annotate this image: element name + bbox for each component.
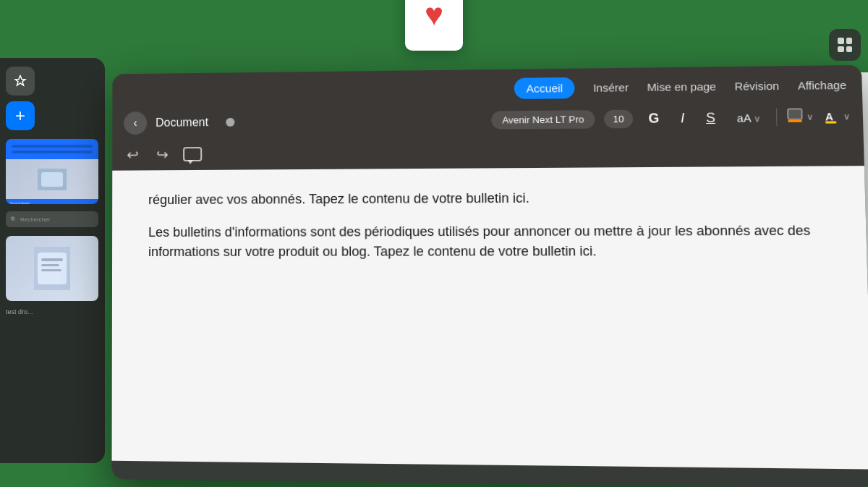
svg-rect-10 — [825, 121, 836, 123]
grid-icon — [838, 38, 852, 52]
svg-text:A: A — [825, 111, 833, 123]
text-color-button[interactable]: A — [822, 109, 840, 125]
sidebar-search[interactable]: 🔍 Rechercher — [6, 211, 98, 227]
menu-inserer[interactable]: Insérer — [593, 81, 629, 94]
grid-dot — [846, 46, 853, 53]
menu-accueil[interactable]: Accueil — [514, 77, 575, 99]
highlight-button[interactable] — [786, 107, 804, 127]
highlight-icon — [786, 107, 804, 127]
paragraph-1: régulier avec vos abonnés. Tapez le cont… — [148, 187, 826, 210]
color-group: A ∨ — [822, 109, 850, 125]
record-indicator — [226, 118, 234, 127]
highlight-chevron[interactable]: ∨ — [807, 111, 814, 122]
text-size-button[interactable]: aA ∨ — [731, 108, 767, 127]
heart-card: ♥ — [405, 0, 463, 51]
bold-button[interactable]: G — [642, 108, 665, 130]
highlight-group: ∨ — [786, 107, 814, 127]
svg-rect-4 — [41, 258, 63, 261]
menu-affichage[interactable]: Affichage — [798, 79, 847, 92]
grid-dot — [838, 46, 844, 53]
thumb-image — [6, 159, 98, 199]
size-aa-label: aA — [737, 111, 751, 124]
sidebar-thumbnail-2[interactable]: photo avec — [6, 236, 98, 301]
svg-rect-1 — [41, 172, 63, 187]
thumb-image-2 — [6, 236, 98, 301]
thumb-line — [12, 151, 93, 153]
paragraph-2: Les bulletins d'informations sont des pé… — [148, 221, 827, 262]
grid-dot — [846, 38, 853, 44]
sidebar-item-text: test dro... — [6, 307, 99, 317]
color-chevron[interactable]: ∨ — [843, 111, 851, 122]
thumb-content — [6, 139, 98, 159]
italic-button[interactable]: I — [674, 107, 691, 129]
menu-revision[interactable]: Révision — [734, 80, 779, 93]
sidebar-pin-icon[interactable] — [6, 67, 35, 96]
toolbar: Accueil Insérer Mise en page Révision Af… — [112, 65, 864, 171]
left-sidebar: + dossiers 🔍 Rechercher — [0, 58, 105, 463]
add-button[interactable]: + — [6, 101, 35, 130]
svg-rect-3 — [38, 253, 67, 284]
font-size-selector[interactable]: 10 — [604, 109, 634, 128]
document-title: Document — [156, 116, 208, 130]
svg-rect-7 — [788, 109, 802, 119]
comment-button[interactable] — [183, 147, 202, 161]
back-icon: ‹ — [134, 117, 137, 130]
thumb-line — [12, 145, 93, 148]
document-content[interactable]: régulier avec vos abonnés. Tapez le cont… — [112, 166, 868, 469]
size-chevron: ∨ — [754, 114, 761, 124]
svg-rect-5 — [41, 264, 59, 266]
toolbar-separator — [776, 109, 778, 127]
action-bar: ↩ ↪ — [112, 135, 864, 171]
main-document: Accueil Insérer Mise en page Révision Af… — [111, 65, 868, 487]
redo-button[interactable]: ↪ — [153, 144, 171, 164]
format-bar: ‹ Document Avenir Next LT Pro 10 G I S a… — [112, 98, 863, 140]
grid-dot — [838, 38, 844, 44]
search-icon: 🔍 — [10, 216, 17, 223]
undo-button[interactable]: ↩ — [124, 145, 142, 165]
svg-rect-8 — [788, 120, 801, 122]
search-placeholder: Rechercher — [20, 216, 50, 223]
doc-text: régulier avec vos abonnés. Tapez le cont… — [148, 187, 826, 210]
menu-mise-en-page[interactable]: Mise en page — [647, 80, 716, 93]
sidebar-label-1: dossiers — [6, 199, 98, 204]
back-button[interactable]: ‹ — [124, 111, 147, 135]
doc-text: Les bulletins d'informations sont des pé… — [148, 221, 827, 262]
heart-symbol: ♥ — [425, 0, 443, 30]
underline-button[interactable]: S — [699, 107, 722, 129]
grid-expand-button[interactable] — [829, 29, 861, 61]
svg-rect-6 — [41, 269, 61, 271]
font-selector[interactable]: Avenir Next LT Pro — [491, 110, 595, 130]
sidebar-thumbnail-1[interactable]: dossiers — [6, 139, 98, 204]
